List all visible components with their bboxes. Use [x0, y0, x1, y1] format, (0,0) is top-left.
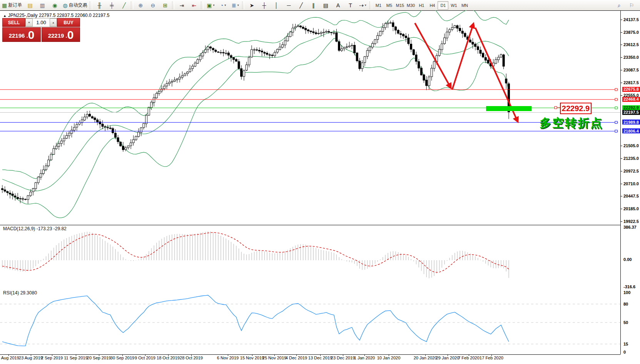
hline-handle[interactable]	[615, 130, 617, 132]
zoom-out-icon: ⊖	[151, 3, 155, 8]
line-chart-button[interactable]: ╱	[118, 1, 130, 10]
price-tick-mark	[620, 171, 622, 171]
price-tick-mark	[620, 221, 622, 222]
rsi-tick-label: 50	[623, 320, 628, 325]
collapse-marker-icon[interactable]: ▲	[3, 14, 7, 18]
rsi-tick-label: 80	[623, 302, 628, 306]
timeframe-h1[interactable]: H1	[416, 1, 427, 10]
autotrade-button-label: 自动交易	[69, 2, 87, 8]
symbol-ohlc: 22797.5 22837.5 22060.0 22197.5	[39, 13, 110, 18]
trend-arrow-2[interactable]	[452, 24, 473, 90]
data-window-button[interactable]: ▥	[37, 1, 48, 10]
vertical-line-icon: │	[275, 3, 278, 8]
new-chart-icon: ▣	[207, 3, 212, 8]
timeframe-m15[interactable]: M15	[394, 1, 405, 10]
volume-decrement-button[interactable]: ▼	[25, 18, 33, 27]
channel-icon: ∥	[312, 3, 315, 8]
bar-chart-button[interactable]: ╫	[94, 1, 105, 10]
timeframe-mn[interactable]: MN	[459, 1, 470, 10]
community-button[interactable]: ⚐	[626, 1, 637, 10]
navigator-button[interactable]: ◉	[49, 1, 60, 10]
dropdown-arrow-icon[interactable]: ▾	[213, 3, 215, 7]
auto-scroll-icon: ⇥	[180, 3, 184, 8]
date-tick-label: 28 Oct 2019	[180, 356, 203, 360]
volume-increment-button[interactable]: ▲	[50, 18, 57, 27]
price-level-badge: 22197.5	[622, 110, 640, 115]
search-button[interactable]: ⌕	[613, 1, 625, 10]
cursor-icon: ➤	[250, 3, 254, 8]
hline-handle[interactable]	[615, 98, 617, 101]
buy-button[interactable]: BUY	[57, 18, 80, 27]
dropdown-arrow-icon[interactable]: ▾	[365, 3, 366, 7]
sell-button[interactable]: SELL	[2, 18, 25, 27]
toolbar-separator	[90, 2, 92, 9]
price-tick-label: 20185.0	[623, 206, 639, 211]
hline-handle[interactable]	[615, 107, 617, 109]
template-button[interactable]: ≣▾	[229, 1, 241, 10]
autotrade-button[interactable]: ◍自动交易	[61, 1, 89, 10]
buy-price-button[interactable]: 22219 .0	[42, 27, 80, 42]
candlestick-button[interactable]: ╪	[106, 1, 117, 10]
one-click-trading-panel: SELL ▼ ▲ BUY 22196 .0 22219 .0	[2, 18, 80, 42]
timeframe-h4[interactable]: H4	[427, 1, 438, 10]
date-tick-label: 6 Nov 2019	[217, 356, 239, 360]
price-axis-line	[620, 10, 621, 354]
zoom-out-button[interactable]: ⊖	[147, 1, 159, 10]
price-callout[interactable]: 22292.9	[560, 103, 592, 114]
market-watch-button[interactable]: ▤	[24, 1, 36, 10]
horizontal-line-button[interactable]: ─	[283, 1, 294, 10]
fibonacci-icon: ▤	[323, 3, 328, 8]
timeframe-w1[interactable]: W1	[448, 1, 459, 10]
new-order-button[interactable]: ▦新订单	[0, 1, 23, 10]
fibonacci-button[interactable]: ▤	[320, 1, 331, 10]
horizontal-line-icon: ─	[287, 3, 291, 8]
timeframe-d1[interactable]: D1	[438, 1, 448, 10]
hline-handle[interactable]	[615, 121, 617, 123]
trend-arrow-1[interactable]	[415, 23, 451, 88]
toolbar-right-group: ⌕⚐	[613, 1, 638, 10]
symbol-name: JPN225-,Daily	[8, 13, 38, 18]
new-chart-button[interactable]: ▣▾	[205, 1, 216, 10]
period-button[interactable]: ◔▾	[217, 1, 229, 10]
rsi-label: RSI(14) 29.3080	[3, 290, 37, 296]
date-tick-label: 29 Jan 2020	[436, 356, 460, 360]
hline-handle[interactable]	[615, 88, 617, 91]
auto-scroll-button[interactable]: ⇥	[176, 1, 187, 10]
sell-price-main: 22196 .	[9, 31, 28, 41]
callout-anchor-handle[interactable]	[555, 106, 557, 109]
date-tick-label: 1 Jan 2020	[354, 356, 375, 360]
label-button[interactable]: T	[344, 1, 356, 10]
line-chart-icon: ╱	[122, 3, 125, 8]
date-tick-label: 17 Feb 2020	[480, 356, 503, 360]
toolbar-separator	[369, 2, 372, 9]
text-button[interactable]: A	[332, 1, 344, 10]
price-tick-label: 23612.5	[623, 42, 639, 47]
timeframe-m1[interactable]: M1	[373, 1, 384, 10]
arrows-button[interactable]: ⇢▾	[357, 1, 368, 10]
date-tick-label: 20 Sep 2019	[87, 356, 111, 360]
cn-annotation-text[interactable]: 多空转折点	[540, 115, 603, 131]
cursor-button[interactable]: ➤	[246, 1, 257, 10]
zoom-in-button[interactable]: ⊕	[135, 1, 146, 10]
label-icon: T	[349, 3, 352, 8]
trendline-button[interactable]: ╱	[295, 1, 307, 10]
volume-input[interactable]	[33, 18, 50, 27]
clock-icon: ◔	[220, 3, 223, 8]
dropdown-arrow-icon[interactable]: ▾	[237, 3, 239, 7]
macd-tick-label: 386.37	[623, 225, 637, 229]
vertical-line-button[interactable]: │	[271, 1, 282, 10]
crosshair-button[interactable]: ┼	[258, 1, 270, 10]
highlight-rectangle[interactable]	[486, 106, 531, 111]
timeframe-m5[interactable]: M5	[384, 1, 394, 10]
date-tick-label: 30 Sep 2019	[110, 356, 134, 360]
dropdown-arrow-icon[interactable]: ▾	[224, 3, 226, 7]
toolbar-separator	[201, 2, 204, 9]
toolbar-separator	[172, 2, 175, 9]
tile-windows-button[interactable]: ⊞	[159, 1, 171, 10]
timeframe-m30[interactable]: M30	[405, 1, 416, 10]
chart-shift-button[interactable]: ⇤	[188, 1, 200, 10]
rsi-tick-label: 0	[623, 350, 626, 354]
sell-price-button[interactable]: 22196 .0	[2, 27, 41, 42]
channel-button[interactable]: ∥	[307, 1, 319, 10]
new-order-icon: ▦	[2, 3, 7, 8]
